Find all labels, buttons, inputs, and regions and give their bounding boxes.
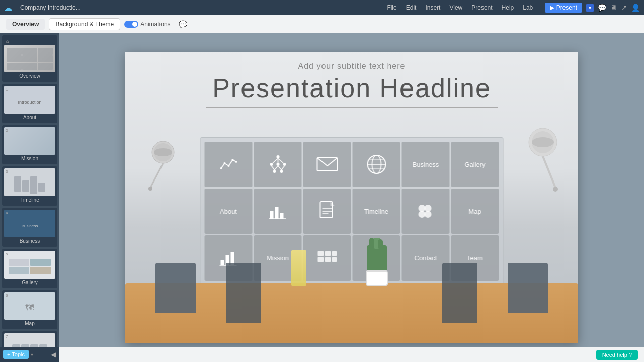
slide-background: Add your subtitle text here Presentation… [125,52,578,343]
svg-point-16 [270,163,273,166]
slide-3-thumb: 3 [4,168,55,196]
slide-5-thumb: 5 [4,251,55,279]
home-icon: ⌂ [6,38,9,44]
slide-overview-thumb [4,45,55,72]
grid-cell-barchart[interactable] [254,189,302,234]
sidebar: ⌂ Overview 1 Introduction About 2 [0,33,59,362]
svg-point-10 [220,167,222,169]
grid-cell-map[interactable]: Map [451,189,499,234]
svg-line-3 [150,163,163,188]
add-topic-button[interactable]: + Topic [3,350,29,359]
animations-switch[interactable] [124,21,138,28]
slide-1[interactable]: 1 Introduction About [2,84,57,123]
svg-line-26 [271,166,274,170]
barchart-icon [268,202,288,221]
svg-point-20 [276,163,279,166]
svg-line-24 [274,166,278,170]
svg-point-11 [223,162,225,164]
slide-3-label: Timeline [4,196,55,204]
slide-4-label: Business [4,237,55,245]
svg-point-14 [235,161,237,163]
cactus [367,245,388,286]
app-title: Company Introductio... [20,4,375,11]
grid-cell-chart[interactable] [205,142,253,187]
share-icon[interactable]: ↗ [621,4,627,12]
grid-cell-globe[interactable] [353,142,400,187]
svg-line-27 [281,166,284,170]
menu-edit[interactable]: Edit [402,3,421,12]
slide-headline: Presentation Headline [206,73,498,108]
slide-1-thumb: 1 Introduction [4,86,55,114]
monitor-icon[interactable]: 🖥 [610,4,617,12]
svg-point-19 [280,170,283,173]
menu-help[interactable]: Help [498,3,518,12]
topbar: ☁ Company Introductio... File Edit Inser… [0,0,644,15]
grid-cell-about[interactable]: About [205,189,253,234]
svg-point-15 [276,155,279,158]
main-layout: ⌂ Overview 1 Introduction About 2 [0,33,644,362]
svg-rect-35 [275,207,278,219]
dropdown-arrow-icon[interactable]: ▾ [31,352,33,357]
email-icon [316,156,338,172]
document-icon [318,201,336,222]
grid-about-label: About [220,208,237,215]
chair-left [155,263,196,313]
bottom-bar: Need help ? [59,347,644,362]
menu-lab[interactable]: Lab [519,3,537,12]
svg-point-42 [418,205,425,212]
present-dropdown[interactable]: ▾ [586,4,594,12]
user-icon[interactable]: 👤 [631,4,640,12]
menu-file[interactable]: File [383,3,400,12]
lamp-right-icon [523,117,573,193]
comment-icon[interactable]: 💬 [179,20,187,28]
grid-cell-document[interactable] [303,189,351,234]
slide-2[interactable]: 2 Mission [2,125,57,164]
lamp-left-icon [135,132,176,193]
svg-point-18 [273,170,276,173]
grid-timeline-label: Timeline [364,208,389,215]
slide-5[interactable]: 5 Gallery [2,249,57,288]
svg-line-25 [278,166,281,170]
slide-3[interactable]: 3 Timeline [2,166,57,206]
grid-gallery-label: Gallery [464,161,485,168]
grid-cell-circles[interactable] [402,189,450,234]
slide-2-label: Mission [4,155,55,162]
slide-overview-label: Overview [4,72,55,80]
tab-overview[interactable]: Overview [6,19,45,30]
grid-cell-gallery[interactable]: Gallery [451,142,499,187]
menu-view[interactable]: View [445,3,466,12]
grid-cell-email[interactable] [303,142,351,187]
slide-overview[interactable]: ⌂ Overview [2,35,57,82]
topbar-right: ▶ Present ▾ 💬 🖥 ↗ 👤 [545,3,640,13]
slide-2-thumb: 2 [4,127,55,155]
menu-present[interactable]: Present [467,3,496,12]
need-help-button[interactable]: Need help ? [596,350,638,360]
chat-icon[interactable]: 💬 [598,4,606,12]
chair-center-left [226,263,261,323]
tab-background-theme[interactable]: Background & Theme [49,18,120,30]
svg-point-7 [532,137,554,147]
slide-4[interactable]: 4 Business Business [2,208,57,247]
grid-cell-business[interactable]: Business [402,142,450,187]
chair-right [508,263,548,313]
chair-center-right [442,263,477,323]
grid-cell-timeline[interactable]: Timeline [353,189,400,234]
menu-insert[interactable]: Insert [421,3,444,12]
animations-label: Animations [140,21,170,28]
grid-business-label: Business [413,161,439,168]
app-logo: ☁ [4,3,12,13]
grid-cell-network[interactable] [254,142,302,187]
slide-6[interactable]: 6 🗺 Map [2,290,57,329]
slide-4-thumb: 4 Business [4,210,55,237]
svg-point-17 [283,163,286,166]
svg-point-12 [227,165,229,167]
svg-point-4 [148,187,152,191]
globe-icon [366,154,387,175]
add-topic-bar: + Topic ▾ ◀ [0,347,59,362]
slide-subtitle: Add your subtitle text here [298,62,406,71]
svg-rect-34 [270,211,273,219]
chart-icon [218,156,238,173]
present-button[interactable]: ▶ Present [545,3,582,13]
animations-toggle[interactable]: Animations [124,21,170,28]
back-button[interactable]: ◀ [51,350,56,358]
